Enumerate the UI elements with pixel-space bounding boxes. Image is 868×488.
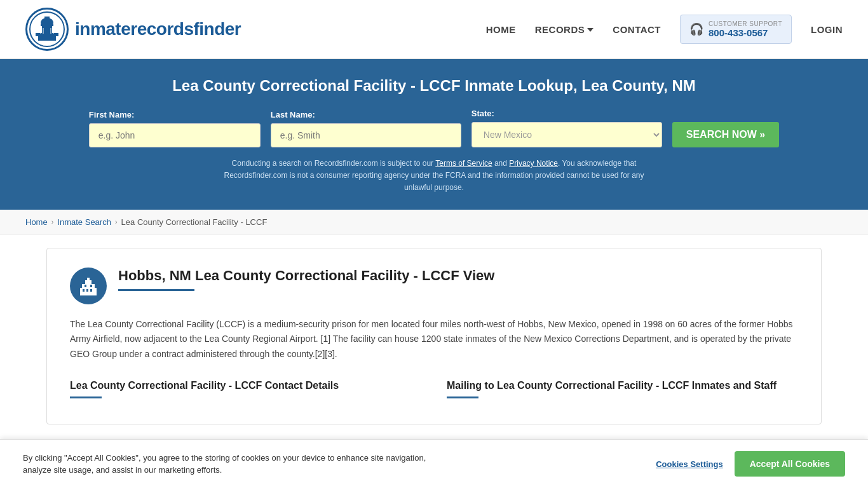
state-label: State:: [471, 109, 494, 118]
facility-description: The Lea County Correctional Facility (LC…: [70, 317, 798, 362]
support-text: CUSTOMER SUPPORT 800-433-0567: [709, 20, 782, 38]
facility-main-title: Hobbs, NM Lea County Correctional Facili…: [118, 268, 494, 284]
mailing-section: Mailing to Lea County Correctional Facil…: [447, 380, 798, 405]
headset-icon: 🎧: [689, 22, 703, 36]
svg-rect-7: [44, 17, 50, 18]
svg-rect-17: [86, 289, 88, 292]
logo-normal-text: inmaterecords: [75, 19, 193, 39]
logo-area: inmaterecordsfinder: [25, 8, 241, 51]
last-name-group: Last Name:: [271, 110, 461, 147]
nav-records-label: RECORDS: [535, 24, 585, 35]
nav-records[interactable]: RECORDS: [535, 24, 594, 35]
contact-section-underline: [70, 396, 102, 398]
contact-section-title: Lea County Correctional Facility - LCCF …: [70, 380, 421, 391]
search-banner: Lea County Correctional Facility - LCCF …: [0, 59, 868, 210]
search-button[interactable]: SEARCH NOW »: [672, 122, 779, 147]
mailing-section-title: Mailing to Lea County Correctional Facil…: [447, 380, 798, 391]
nav-home[interactable]: HOME: [486, 24, 516, 35]
svg-rect-8: [40, 28, 41, 34]
last-name-input[interactable]: [271, 123, 461, 147]
breadcrumb-current: Lea County Correctional Facility - LCCF: [121, 217, 268, 227]
breadcrumb-separator-2: ›: [115, 218, 118, 226]
privacy-link[interactable]: Privacy Notice: [509, 159, 558, 168]
logo-svg: [29, 11, 65, 47]
banner-title: Lea County Correctional Facility - LCCF …: [25, 77, 843, 95]
breadcrumb: Home › Inmate Search › Lea County Correc…: [0, 210, 868, 235]
state-select[interactable]: AlabamaAlaskaArizonaArkansasCaliforniaCo…: [471, 122, 662, 147]
support-label: CUSTOMER SUPPORT: [709, 20, 782, 27]
first-name-label: First Name:: [89, 110, 135, 119]
facility-header: Hobbs, NM Lea County Correctional Facili…: [70, 268, 798, 304]
svg-rect-13: [82, 284, 95, 288]
breadcrumb-home[interactable]: Home: [25, 217, 48, 227]
svg-rect-14: [85, 280, 92, 285]
svg-rect-15: [87, 278, 90, 281]
nav-login[interactable]: LOGIN: [811, 24, 843, 35]
facility-building-icon: [78, 275, 99, 297]
terms-link[interactable]: Terms of Service: [435, 159, 492, 168]
svg-rect-18: [90, 289, 92, 292]
logo-text: inmaterecordsfinder: [75, 19, 241, 39]
main-nav: HOME RECORDS CONTACT 🎧 CUSTOMER SUPPORT …: [486, 15, 843, 44]
state-group: State: AlabamaAlaskaArizonaArkansasCalif…: [471, 109, 662, 147]
logo-icon: [25, 8, 69, 51]
svg-rect-9: [43, 28, 44, 34]
support-phone: 800-433-0567: [709, 27, 782, 38]
mailing-section-underline: [447, 396, 478, 398]
last-name-label: Last Name:: [271, 110, 315, 119]
svg-rect-20: [90, 285, 92, 287]
customer-support[interactable]: 🎧 CUSTOMER SUPPORT 800-433-0567: [680, 15, 792, 44]
search-form: First Name: Last Name: State: AlabamaAla…: [25, 109, 843, 147]
content-card: Hobbs, NM Lea County Correctional Facili…: [46, 248, 822, 424]
svg-rect-10: [50, 28, 51, 34]
contact-details-section: Lea County Correctional Facility - LCCF …: [70, 380, 421, 405]
records-chevron-down-icon: [587, 28, 593, 32]
two-column-section: Lea County Correctional Facility - LCCF …: [70, 380, 798, 405]
main-content: Hobbs, NM Lea County Correctional Facili…: [21, 235, 847, 437]
header: inmaterecordsfinder HOME RECORDS CONTACT…: [0, 0, 868, 59]
nav-contact[interactable]: CONTACT: [613, 24, 661, 35]
title-underline: [118, 289, 194, 291]
svg-rect-11: [53, 28, 54, 34]
first-name-input[interactable]: [89, 123, 261, 147]
first-name-group: First Name:: [89, 110, 261, 147]
logo-bold-text: finder: [193, 19, 241, 39]
svg-rect-16: [83, 289, 85, 292]
banner-disclaimer: Conducting a search on Recordsfinder.com…: [218, 158, 650, 194]
facility-icon: [70, 268, 107, 304]
breadcrumb-inmate-search[interactable]: Inmate Search: [57, 217, 111, 227]
breadcrumb-separator-1: ›: [51, 218, 54, 226]
facility-title-area: Hobbs, NM Lea County Correctional Facili…: [118, 268, 494, 291]
svg-rect-1: [38, 36, 56, 41]
svg-rect-19: [85, 285, 86, 287]
